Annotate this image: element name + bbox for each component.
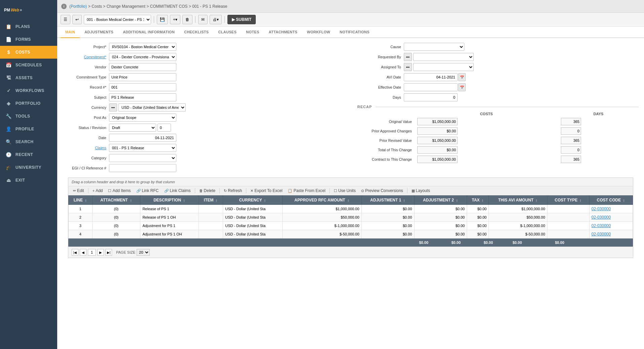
recap-prior-revised-days-input[interactable]: [561, 137, 581, 144]
recap-prior-revised-costs-input[interactable]: [417, 137, 458, 144]
tab-main[interactable]: MAIN: [61, 27, 80, 38]
recap-original-days-input[interactable]: [561, 118, 581, 125]
egi-input[interactable]: [109, 164, 176, 172]
grid-refresh-btn[interactable]: ↻ Refresh: [222, 188, 244, 194]
grid-delete-btn[interactable]: 🗑 Delete: [197, 188, 218, 194]
sidebar-item-forms[interactable]: 📄 FORMS: [0, 33, 57, 46]
claims-select[interactable]: 001 - PS 1 Release: [109, 144, 176, 152]
recap-prior-approved-costs-input[interactable]: [417, 127, 458, 135]
effective-date-calendar-icon[interactable]: 📅: [458, 83, 466, 91]
recap-contract-costs-input[interactable]: [417, 156, 458, 163]
effective-date-input[interactable]: [404, 83, 458, 91]
post-as-select[interactable]: Original Scope: [109, 114, 176, 122]
grid-edit-btn[interactable]: ✏ Edit: [71, 188, 86, 194]
assigned-to-select[interactable]: [413, 63, 474, 71]
cost-code-link[interactable]: 02-030000: [592, 223, 611, 228]
grid-cell-adj1: $0.00: [361, 213, 414, 222]
status-revision-input[interactable]: [157, 124, 171, 132]
tab-checklists[interactable]: CHECKLISTS: [179, 27, 213, 38]
page-last-btn[interactable]: ▶|: [105, 249, 112, 256]
tab-clauses[interactable]: CLAUSES: [213, 27, 241, 38]
submit-button[interactable]: ▶ SUBMIT: [227, 15, 256, 24]
grid-preview-btn[interactable]: ⊙ Preview Conversions: [359, 188, 405, 194]
grid-layouts-btn[interactable]: ▦ Layouts: [409, 188, 432, 194]
sidebar-item-search[interactable]: 🔍 SEARCH: [0, 135, 57, 148]
grid-sep-3: [219, 188, 220, 193]
sidebar-item-profile[interactable]: 👤 PROFILE: [0, 123, 57, 135]
grid-add-btn[interactable]: + Add: [91, 188, 105, 194]
avi-date-input[interactable]: [404, 73, 458, 81]
grid-link-claims-btn[interactable]: 🔗 Link Claims: [162, 188, 193, 194]
project-select[interactable]: RVS0104 - Boston Medical Center: [109, 43, 176, 51]
tab-attachments[interactable]: ATTACHMENTS: [264, 27, 302, 38]
recap-total-change-days-input[interactable]: [561, 146, 581, 154]
requested-by-dots-btn[interactable]: •••: [404, 53, 412, 61]
tab-adjustments[interactable]: ADJUSTMENTS: [80, 27, 118, 38]
grid-cell-currency: USD - Dollar (United Sta: [223, 222, 283, 230]
sidebar-item-schedules[interactable]: 📅 SCHEDULES: [0, 59, 57, 71]
tab-additional[interactable]: ADDITIONAL INFORMATION: [118, 27, 179, 38]
tab-notes[interactable]: NOTES: [241, 27, 264, 38]
status-select[interactable]: Draft: [109, 124, 156, 132]
subject-input[interactable]: [109, 93, 176, 101]
page-current-input[interactable]: [88, 249, 96, 256]
record-input[interactable]: [109, 83, 176, 91]
tab-workflow[interactable]: WORKFLOW: [302, 27, 335, 38]
cost-code-link[interactable]: 02-030000: [592, 215, 611, 220]
currency-label: Currency: [63, 105, 106, 109]
days-input[interactable]: [404, 93, 458, 101]
grid-cell-attachment: (0): [92, 230, 140, 239]
avi-date-row: AVI Date 📅: [357, 73, 639, 81]
recap-contract-days-input[interactable]: [561, 156, 581, 163]
avi-date-calendar-icon[interactable]: 📅: [458, 73, 466, 81]
page-prev-btn[interactable]: ◀: [80, 249, 86, 256]
record-dropdown[interactable]: 001 - Boston Medical Center - PS 1 R: [84, 15, 151, 24]
sidebar-item-plans[interactable]: 📋 PLANS: [0, 20, 57, 33]
sidebar-item-recent[interactable]: 🕐 RECENT: [0, 148, 57, 161]
cost-code-link[interactable]: 02-030000: [592, 207, 611, 211]
grid-paste-btn[interactable]: 📋 Paste From Excel: [286, 188, 327, 194]
page-next-btn[interactable]: ▶: [97, 249, 104, 256]
sidebar-item-assets[interactable]: 🏗 ASSETS: [0, 71, 57, 84]
recap-original-costs-input[interactable]: [417, 118, 458, 125]
commitment-label[interactable]: Commitment*: [63, 55, 106, 59]
breadcrumb: (Portfolio) > Costs > Change Management …: [69, 4, 227, 9]
grid-link-rfc-btn[interactable]: 🔗 Link RFC: [134, 188, 161, 194]
grid-add-items-btn[interactable]: ☐ Add Items: [106, 188, 133, 194]
cause-select[interactable]: [404, 43, 464, 51]
save-button[interactable]: 💾: [157, 15, 168, 24]
sidebar-item-tools[interactable]: 🔧 TOOLS: [0, 110, 57, 123]
delete-button[interactable]: 🗑: [182, 15, 192, 24]
list-view-button[interactable]: ☰: [61, 15, 70, 24]
sidebar-item-university[interactable]: 🎓 UNIVERSITY: [0, 161, 57, 174]
claims-label[interactable]: Claims: [63, 146, 106, 150]
recap-prior-approved-days-input[interactable]: [561, 127, 581, 135]
grid-use-units-btn[interactable]: ☐ Use Units: [332, 188, 358, 194]
currency-select[interactable]: USD - Dollar (United States of America): [118, 103, 186, 112]
recap-total-change-costs-input[interactable]: [417, 146, 458, 154]
email-button[interactable]: ✉: [198, 15, 208, 24]
page-size-select[interactable]: 20: [137, 249, 150, 256]
tab-notifications[interactable]: NOTIFICATIONS: [335, 27, 374, 38]
grid-export-btn[interactable]: ✕ Export To Excel: [248, 188, 284, 194]
date-input[interactable]: [109, 134, 176, 142]
commitment-type-input[interactable]: [109, 73, 176, 81]
sidebar-item-exit[interactable]: ⏏ EXIT: [0, 174, 57, 187]
print-button[interactable]: 🖨▾: [210, 15, 222, 24]
page-first-btn[interactable]: |◀: [72, 249, 78, 256]
app-logo: PMWeb®: [0, 0, 57, 20]
currency-dots-btn[interactable]: •••: [109, 103, 117, 112]
sidebar-item-costs[interactable]: $ COSTS: [0, 46, 57, 59]
requested-by-select[interactable]: [413, 53, 474, 61]
grid-cell-approved-rfc: $50,000.00: [282, 213, 361, 222]
commitment-select[interactable]: 024 - Dexter Concrete - Provisional Sum: [109, 53, 176, 61]
breadcrumb-portfolio-link[interactable]: (Portfolio): [69, 4, 87, 9]
assigned-to-dots-btn[interactable]: •••: [404, 63, 412, 71]
undo-button[interactable]: ↩: [72, 15, 82, 24]
cost-code-link[interactable]: 02-030000: [592, 232, 611, 236]
sidebar-item-portfolio[interactable]: ◈ PORTFOLIO: [0, 97, 57, 110]
category-select[interactable]: [109, 154, 176, 162]
vendor-input[interactable]: [109, 63, 176, 71]
add-button[interactable]: +▾: [170, 15, 180, 24]
sidebar-item-workflows[interactable]: ✓ WORKFLOWS: [0, 84, 57, 97]
